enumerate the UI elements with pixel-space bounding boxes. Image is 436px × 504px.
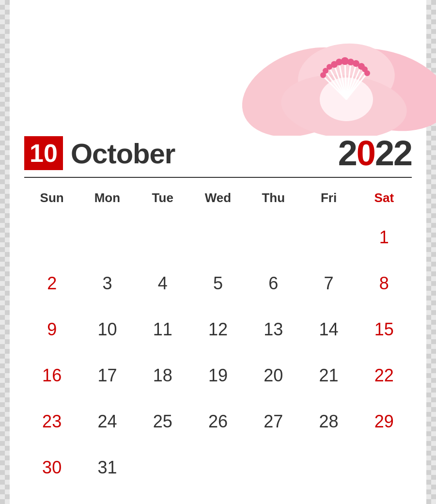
calendar-day[interactable]: 1 (357, 214, 412, 260)
calendar-day[interactable]: 4 (135, 260, 190, 306)
calendar-day[interactable]: 30 (24, 444, 79, 490)
day-headers: Sun Mon Tue Wed Thu Fri Sat (24, 187, 412, 209)
calendar-day[interactable]: 6 (246, 260, 301, 306)
year-digit-3: 22 (375, 134, 412, 173)
calendar-day[interactable]: 5 (190, 260, 246, 306)
calendar-day[interactable]: 22 (357, 352, 412, 398)
calendar-day[interactable] (246, 444, 301, 490)
day-header-mon: Mon (79, 187, 135, 209)
svg-point-23 (364, 70, 370, 76)
month-title-group: 10 October (24, 136, 175, 170)
calendar-day[interactable] (301, 214, 356, 260)
day-header-sat: Sat (357, 187, 412, 209)
calendar-day[interactable]: 2 (24, 260, 79, 306)
svg-point-26 (320, 72, 326, 78)
calendar-day[interactable] (135, 214, 190, 260)
calendar-day[interactable] (301, 444, 356, 490)
year-digit-2: 0 (357, 134, 375, 173)
calendar-day[interactable]: 13 (246, 306, 301, 352)
day-header-sun: Sun (24, 187, 79, 209)
calendar-day[interactable]: 23 (24, 398, 79, 444)
calendar-day[interactable]: 11 (135, 306, 190, 352)
day-header-thu: Thu (246, 187, 301, 209)
calendar-header: 10 October 2022 (24, 133, 412, 178)
calendar-day[interactable]: 16 (24, 352, 79, 398)
calendar-day[interactable]: 20 (246, 352, 301, 398)
calendar-day[interactable]: 19 (190, 352, 246, 398)
calendar-day[interactable]: 3 (79, 260, 135, 306)
day-header-wed: Wed (190, 187, 246, 209)
calendar-day[interactable]: 10 (79, 306, 135, 352)
calendar-day[interactable] (135, 444, 190, 490)
calendar-day[interactable]: 7 (301, 260, 356, 306)
calendar-day[interactable] (357, 444, 412, 490)
calendar-day[interactable]: 14 (301, 306, 356, 352)
year-display: 2022 (338, 133, 412, 173)
calendar-day[interactable] (190, 444, 246, 490)
calendar-day[interactable] (246, 214, 301, 260)
calendar-day[interactable]: 25 (135, 398, 190, 444)
calendar-day[interactable]: 24 (79, 398, 135, 444)
calendar-day[interactable]: 12 (190, 306, 246, 352)
calendar-day[interactable]: 31 (79, 444, 135, 490)
calendar-container: 10 October 2022 Sun Mon Tue Wed Thu Fri … (10, 0, 426, 504)
day-header-tue: Tue (135, 187, 190, 209)
calendar-day[interactable] (24, 214, 79, 260)
calendar-day[interactable]: 28 (301, 398, 356, 444)
year-digit-1: 2 (338, 134, 357, 173)
flower-decoration (242, 0, 436, 136)
calendar-day[interactable]: 17 (79, 352, 135, 398)
calendar-grid: 1234567891011121314151617181920212223242… (24, 214, 412, 490)
month-number: 10 (24, 136, 63, 170)
calendar-day[interactable]: 15 (357, 306, 412, 352)
month-name: October (71, 137, 175, 170)
calendar-day[interactable]: 26 (190, 398, 246, 444)
calendar-day[interactable]: 9 (24, 306, 79, 352)
calendar-day[interactable]: 29 (357, 398, 412, 444)
calendar-day[interactable]: 18 (135, 352, 190, 398)
calendar-day[interactable]: 8 (357, 260, 412, 306)
calendar-day[interactable]: 27 (246, 398, 301, 444)
calendar-day[interactable]: 21 (301, 352, 356, 398)
calendar-day[interactable] (79, 214, 135, 260)
day-header-fri: Fri (301, 187, 356, 209)
calendar-day[interactable] (190, 214, 246, 260)
